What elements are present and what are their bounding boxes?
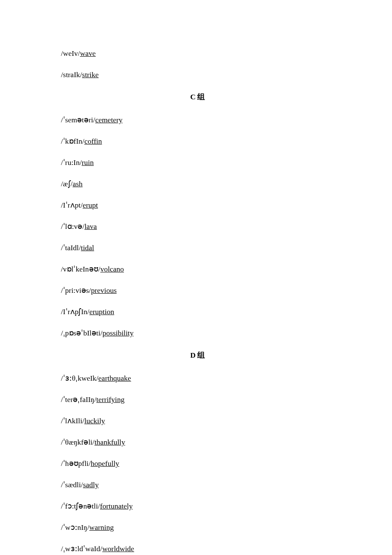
word-text: previous	[91, 286, 116, 295]
word-text: thankfully	[95, 438, 125, 446]
vocab-entry: /straIk/strike	[61, 70, 334, 79]
word-text: lava	[84, 222, 97, 231]
word-text: terrifying	[96, 395, 124, 404]
vocab-entry: /ˈlʌkIli/luckily	[61, 416, 334, 425]
vocab-entry: /IˈrʌpʃIn/eruption	[61, 307, 334, 316]
document-page: /weIv/wave /straIk/strike C 组 /ˈsemətəri…	[0, 0, 392, 555]
word-text: ash	[72, 179, 82, 188]
vocab-entry: /æʃ/ash	[61, 179, 334, 188]
vocab-entry: /ˈsemətəri/cemetery	[61, 116, 334, 124]
ipa-text: /ˈlʌkIli/	[61, 416, 84, 425]
vocab-entry: /ˌpɒsəˈbIləti/possibility	[61, 329, 334, 338]
vocab-entry: /vɒlˈkeInəʊ/volcano	[61, 265, 334, 274]
vocab-entry: /ˈfɔ:tʃənətli/fortunately	[61, 502, 334, 511]
vocab-entry: /ˈterəˌfaIIŋ/terrifying	[61, 395, 334, 404]
ipa-text: /ˈsædli/	[61, 480, 83, 489]
word-text: cemetery	[95, 116, 122, 124]
vocab-entry: /ˈkɒfIn/coffin	[61, 137, 334, 146]
vocab-entry: /ˈɜːθˌkweIk/earthquake	[61, 374, 334, 383]
ipa-text: /vɒlˈkeInəʊ/	[61, 265, 100, 273]
word-text: luckily	[84, 416, 105, 425]
ipa-text: /weIv/	[61, 49, 80, 58]
word-text: fortunately	[100, 502, 133, 510]
word-text: sadly	[83, 480, 99, 489]
vocab-entry: /ˈpri:viəs/previous	[61, 286, 334, 295]
ipa-text: /ˈterəˌfaIIŋ/	[61, 395, 96, 404]
ipa-text: /ˌwɜːldˈwaId/	[61, 544, 102, 553]
ipa-text: /ˈsemətəri/	[61, 116, 95, 124]
ipa-text: /ˈθæŋkfəli/	[61, 438, 95, 446]
ipa-text: /Iˈrʌpt/	[61, 201, 83, 209]
vocab-entry: /ˈhəʊpfli/hopefully	[61, 459, 334, 468]
word-text: tidal	[81, 243, 94, 252]
section-heading-c: C 组	[61, 92, 334, 102]
vocab-entry: /ˈlɑ:və/lava	[61, 222, 334, 231]
word-text: wave	[80, 49, 96, 58]
word-text: erupt	[83, 201, 98, 209]
vocab-entry: /ˈwɔːnIŋ/warning	[61, 523, 334, 532]
ipa-text: /ˈhəʊpfli/	[61, 459, 91, 468]
word-text: ruin	[82, 158, 94, 167]
vocab-entry: /Iˈrʌpt/erupt	[61, 201, 334, 210]
word-text: warning	[89, 523, 114, 532]
ipa-text: /æʃ/	[61, 179, 72, 188]
vocab-entry: /ˌwɜːldˈwaId/worldwide	[61, 544, 334, 553]
ipa-text: /ˈpri:viəs/	[61, 286, 91, 295]
word-text: strike	[82, 70, 99, 79]
word-text: coffin	[84, 137, 102, 145]
word-text: possibility	[102, 329, 133, 337]
vocab-entry: /ˈtaIdl/tidal	[61, 243, 334, 252]
ipa-text: /ˈɜːθˌkweIk/	[61, 374, 98, 382]
ipa-text: /ˌpɒsəˈbIləti/	[61, 329, 102, 337]
vocab-entry: /weIv/wave	[61, 49, 334, 58]
ipa-text: /straIk/	[61, 70, 82, 79]
section-heading-d: D 组	[61, 350, 334, 360]
vocab-entry: /ˈsædli/sadly	[61, 480, 334, 489]
ipa-text: /ˈkɒfIn/	[61, 137, 84, 145]
ipa-text: /ˈfɔ:tʃənətli/	[61, 502, 100, 510]
ipa-text: /ˈlɑ:və/	[61, 222, 84, 231]
vocab-entry: /ˈru:In/ruin	[61, 158, 334, 167]
word-text: eruption	[89, 307, 114, 316]
ipa-text: /ˈru:In/	[61, 158, 82, 167]
ipa-text: /ˈwɔːnIŋ/	[61, 523, 89, 532]
ipa-text: /ˈtaIdl/	[61, 243, 81, 252]
word-text: volcano	[100, 265, 124, 273]
word-text: hopefully	[91, 459, 119, 468]
word-text: worldwide	[102, 544, 134, 553]
vocab-entry: /ˈθæŋkfəli/thankfully	[61, 438, 334, 447]
ipa-text: /IˈrʌpʃIn/	[61, 307, 89, 316]
word-text: earthquake	[98, 374, 131, 382]
